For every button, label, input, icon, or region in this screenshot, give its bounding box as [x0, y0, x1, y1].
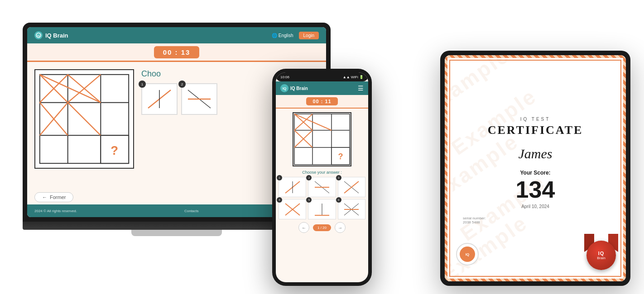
laptop-app-logo: IQ IQ Brain: [34, 31, 68, 39]
cert-name: James: [519, 146, 553, 161]
phone-signal-icons: ▲▲ WiFi 🔋: [343, 75, 364, 79]
laptop-timer: 00 : 13: [154, 46, 200, 58]
phone-opt-2[interactable]: 2: [308, 177, 336, 197]
phone-nav: ← 1 / 20 →: [276, 222, 368, 233]
footer-contacts[interactable]: Contacts: [184, 209, 199, 213]
phone-forward-button[interactable]: →: [335, 222, 346, 233]
phone-answers: 1 2: [276, 177, 368, 219]
svg-line-10: [40, 75, 101, 103]
phone-header: IQ IQ Brain ☰: [276, 81, 368, 95]
seal-circle: IQ Brain: [586, 241, 616, 270]
phone-question-box: ?: [293, 112, 351, 166]
phone-time: 10:06: [280, 75, 289, 79]
phone-opt-1[interactable]: 1: [279, 177, 306, 197]
header-right: 🌐 English Login: [272, 32, 319, 39]
tablet-screen: Example Example Example Example Example …: [445, 55, 626, 281]
phone-opt-6[interactable]: 6: [338, 199, 365, 219]
phone-device: 10:06 ▲▲ WiFi 🔋 IQ IQ Brain ☰ 00 : 1: [272, 69, 372, 286]
answer-option-1[interactable]: 1: [141, 83, 178, 115]
cert-score-label: Your Score:: [520, 170, 550, 176]
cert-logo-inner: IQ: [460, 247, 475, 262]
phone-logo: IQ IQ Brain: [280, 84, 308, 92]
app-header: IQ IQ Brain 🌐 English Login: [27, 27, 326, 43]
svg-text:IQ: IQ: [37, 34, 40, 37]
phone-timer-bar: 00 : 11: [276, 95, 368, 108]
main-scene: IQ IQ Brain 🌐 English Login: [0, 0, 644, 294]
phone-opt-3[interactable]: 3: [338, 177, 365, 197]
certificate-container: Example Example Example Example Example …: [445, 55, 626, 281]
laptop-stand: [131, 230, 222, 236]
login-button[interactable]: Login: [299, 32, 319, 39]
phone-body: 10:06 ▲▲ WiFi 🔋 IQ IQ Brain ☰ 00 : 1: [272, 69, 372, 286]
opt-num-2: 2: [178, 81, 186, 88]
question-box: ?: [34, 69, 134, 169]
globe-icon: 🌐: [272, 33, 277, 38]
cert-subtitle: IQ TEST: [520, 117, 551, 122]
svg-line-14: [68, 103, 101, 136]
logo-icon: IQ: [34, 31, 43, 39]
opt-num-1: 1: [139, 81, 146, 88]
phone-back-button[interactable]: ←: [298, 222, 309, 233]
seal-text: IQ Brain: [597, 251, 606, 260]
answer-option-2[interactable]: 2: [181, 83, 217, 115]
phone-timer: 00 : 11: [306, 97, 337, 105]
cert-score: 134: [516, 178, 555, 201]
cert-seal: IQ Brain: [586, 241, 616, 270]
phone-opt-4[interactable]: 4: [279, 199, 306, 219]
question-svg: ?: [35, 70, 133, 168]
tablet-body: Example Example Example Example Example …: [440, 51, 630, 286]
phone-menu-icon[interactable]: ☰: [358, 85, 364, 92]
former-button[interactable]: ← Former: [34, 192, 73, 202]
cert-serial-section: serial number: 2038 5488: [463, 216, 486, 224]
cert-logo-badge: IQ: [456, 243, 479, 266]
cert-serial-label: serial number:: [463, 216, 486, 220]
phone-opt-5[interactable]: 5: [308, 199, 336, 219]
cert-date: April 10, 2024: [521, 204, 549, 209]
laptop-logo-text: IQ Brain: [45, 32, 68, 39]
tablet-device: Example Example Example Example Example …: [440, 51, 630, 286]
phone-orange-line: [276, 108, 368, 109]
phone-logo-text: IQ Brain: [290, 86, 308, 91]
cert-title: CERTIFICATE: [488, 123, 583, 137]
cert-serial-number: 2038 5488: [463, 220, 486, 224]
phone-page-indicator: 1 / 20: [313, 224, 331, 231]
phone-screen: 10:06 ▲▲ WiFi 🔋 IQ IQ Brain ☰ 00 : 1: [276, 72, 368, 282]
language-button[interactable]: 🌐 English: [272, 33, 293, 38]
svg-text:?: ?: [338, 152, 343, 161]
phone-logo-icon: IQ: [280, 84, 288, 92]
phone-notch: 10:06 ▲▲ WiFi 🔋: [276, 72, 368, 81]
timer-bar: 00 : 13: [27, 43, 326, 61]
footer-copyright: 2024 © All rights reserved.: [34, 209, 77, 213]
phone-choose-text: Choose your answer :: [276, 170, 368, 175]
lang-label: English: [279, 33, 293, 38]
svg-text:?: ?: [111, 143, 118, 157]
phone-question-svg: ?: [293, 113, 351, 166]
phone-content: IQ IQ Brain ☰ 00 : 11: [276, 72, 368, 233]
former-label: Former: [50, 194, 66, 200]
arrow-left-icon: ←: [42, 194, 47, 200]
